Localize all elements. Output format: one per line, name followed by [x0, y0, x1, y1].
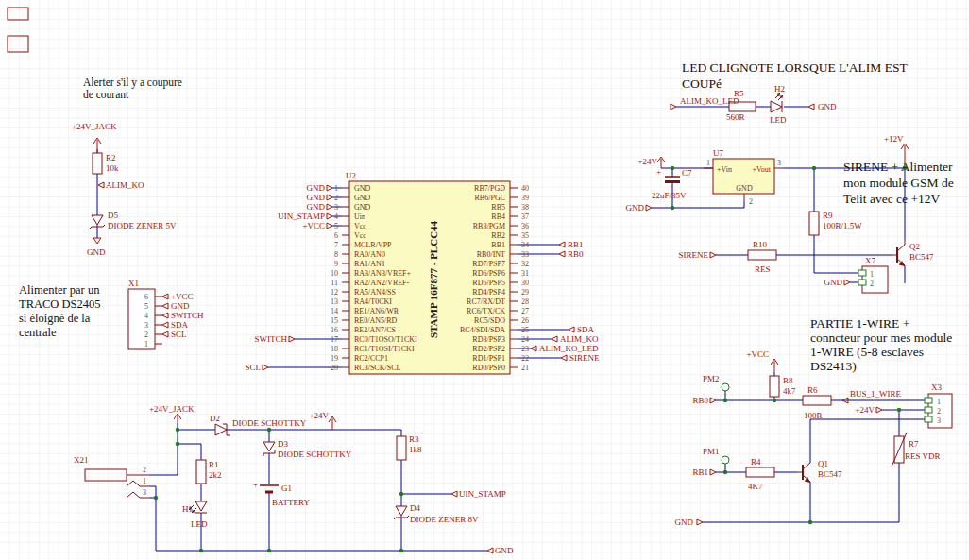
label-connectors-pm1-ref[interactable]: PM1 [703, 447, 720, 456]
label-parts-r7-val[interactable]: RES VDR [905, 451, 941, 461]
label-parts-q1-val[interactable]: BC547 [818, 469, 842, 479]
label-nets-rb1[interactable]: RB1 [568, 240, 584, 249]
label-parts-q2-val[interactable]: BC547 [910, 252, 934, 262]
label-connectors-x1-pins-0[interactable]: 6 [144, 293, 148, 301]
label-connectors-x21-pins-2[interactable]: 3 [143, 488, 146, 497]
label-connectors-x7-pins-1[interactable]: 2 [870, 280, 874, 288]
label-parts-h1-ref[interactable]: H1 [182, 504, 193, 514]
label-nets-gnd[interactable]: GND [307, 202, 326, 212]
label-connectors-x3-pins-0[interactable]: 1 [937, 398, 941, 406]
label-nets-vcc[interactable]: +VCC [746, 349, 769, 359]
label-parts-g1-plus[interactable]: + [253, 480, 258, 489]
testpoint-pm2[interactable] [722, 383, 729, 391]
label-nets-rb0[interactable]: RB0 [568, 249, 584, 259]
label-parts-r10-ref[interactable]: R10 [753, 240, 768, 249]
label-nets-gnd[interactable]: GND [495, 546, 514, 555]
label-parts-r9-ref[interactable]: R9 [823, 211, 833, 220]
label-nets-gnd[interactable]: GND [307, 183, 326, 193]
label-parts-c7-val[interactable]: 22uF/35V [652, 191, 687, 200]
label-parts-d2-val[interactable]: DIODE SCHOTTKY [232, 418, 307, 428]
label-nets-bus[interactable]: BUS_1_WIRE [850, 389, 902, 399]
label-nets-gnd[interactable]: GND [675, 518, 694, 527]
label-connectors-x1-ref[interactable]: X1 [128, 279, 139, 288]
label-parts-d4-ref[interactable]: D4 [410, 503, 420, 513]
label-connectors-x1-pins-5[interactable]: 1 [144, 340, 148, 348]
label-parts-r3-val[interactable]: 1k8 [409, 445, 422, 454]
label-parts-c7-plus[interactable]: + [656, 167, 661, 177]
label-nets-rb0[interactable]: RB0 [692, 396, 708, 405]
label-parts-h2-ref[interactable]: H2 [774, 84, 785, 93]
label-connectors-x21-pins-1[interactable]: 1 [143, 477, 146, 485]
label-nets-scl[interactable]: SCL [245, 363, 261, 372]
label-nets-gnd[interactable]: GND [824, 278, 843, 287]
label-parts-g1-val[interactable]: BATTERY [272, 498, 311, 507]
label-parts-d3-ref[interactable]: D3 [278, 439, 288, 449]
label-nets-vcc[interactable]: +VCC [171, 292, 194, 301]
label-parts-r6-val[interactable]: 100R [804, 411, 823, 420]
label-nets-p24v[interactable]: +24V [638, 157, 657, 166]
label-parts-h1-val[interactable]: LED [191, 519, 208, 529]
label-nets-sda[interactable]: SDA [171, 320, 189, 330]
label-nets-uinstamp[interactable]: UIN_STAMP [278, 212, 325, 221]
label-nets-p24vjack[interactable]: +24V_JACK [149, 404, 195, 414]
label-nets-gnd[interactable]: GND [626, 203, 645, 212]
label-parts-d3-val[interactable]: DIODE SCHOTTKY [278, 450, 352, 459]
label-parts-r1-val[interactable]: 2k2 [209, 470, 222, 480]
label-nets-sirene[interactable]: SIRENE [570, 353, 600, 363]
label-nets-switch[interactable]: SWITCH [171, 311, 204, 320]
label-ic-ref[interactable]: U2 [346, 171, 356, 180]
label-nets-gnd[interactable]: GND [818, 102, 837, 111]
label-regulator-gnd[interactable]: GND [736, 184, 753, 193]
label-parts-d2-ref[interactable]: D2 [210, 414, 220, 423]
label-nets-p24v[interactable]: +24V [309, 411, 329, 420]
label-nets-alimko[interactable]: ALIM_KO [106, 180, 144, 190]
label-connectors-x1-pins-1[interactable]: 5 [144, 302, 148, 311]
label-connectors-x21-pins-0[interactable]: 2 [143, 466, 146, 474]
label-parts-r8-val[interactable]: 4k7 [783, 386, 796, 396]
label-connectors-x1-pins-4[interactable]: 2 [144, 331, 148, 339]
label-parts-r7-ref[interactable]: R7 [909, 439, 919, 449]
label-parts-r2-ref[interactable]: R2 [106, 153, 116, 162]
label-regulator-ref[interactable]: U7 [713, 148, 723, 158]
label-nets-gnd[interactable]: GND [171, 301, 190, 311]
label-parts-r2-val[interactable]: 10k [106, 163, 119, 173]
label-parts-r10-val[interactable]: RES [755, 264, 771, 274]
label-parts-q2-ref[interactable]: Q2 [910, 242, 920, 251]
label-nets-alimkoled[interactable]: ALIM_KO_LED [680, 96, 740, 106]
testpoint-pm1[interactable] [722, 456, 729, 464]
label-connectors-pm2-ref[interactable]: PM2 [703, 374, 720, 383]
label-nets-sda[interactable]: SDA [577, 325, 595, 334]
label-connectors-x3-pins-2[interactable]: 3 [937, 416, 941, 425]
label-nets-sirene[interactable]: SIRENE [679, 250, 709, 260]
label-nets-rb1[interactable]: RB1 [692, 467, 708, 477]
label-connectors-x3-ref[interactable]: X3 [931, 382, 942, 392]
label-nets-alimkoled[interactable]: ALIM_KO_LED [539, 344, 599, 353]
label-parts-r1-ref[interactable]: R1 [209, 460, 219, 469]
label-connectors-x1-pins-2[interactable]: 4 [144, 312, 148, 320]
label-connectors-x3-pins-1[interactable]: 2 [937, 407, 941, 416]
label-nets-gnd[interactable]: GND [87, 247, 106, 257]
label-connectors-x1-pins-3[interactable]: 3 [144, 321, 148, 330]
label-nets-gnd[interactable]: GND [307, 193, 326, 202]
label-nets-switch[interactable]: SWITCH [255, 334, 288, 344]
label-parts-q1-ref[interactable]: Q1 [818, 459, 828, 468]
label-nets-p12v[interactable]: +12V [884, 134, 904, 144]
label-ic-body[interactable]: STAMP 16F877 - PLCC44 [428, 220, 439, 338]
label-connectors-x7-ref[interactable]: X7 [865, 256, 876, 265]
label-nets-p24vjack[interactable]: +24V_JACK [72, 122, 117, 131]
label-nets-vcc[interactable]: +VCC [302, 221, 325, 230]
label-parts-c7-ref[interactable]: C7 [682, 168, 692, 178]
label-regulator-pins-1[interactable]: 3 [777, 159, 781, 167]
label-regulator-vin[interactable]: +Vin [717, 165, 732, 174]
label-parts-r4-ref[interactable]: R4 [751, 457, 761, 467]
label-regulator-pins-0[interactable]: 1 [706, 159, 710, 167]
label-parts-h2-val[interactable]: LED [770, 115, 787, 125]
label-nets-alimko[interactable]: ALIM_KO [560, 334, 599, 344]
label-parts-d5-ref[interactable]: D5 [108, 211, 118, 220]
label-connectors-x21-ref[interactable]: X21 [74, 455, 89, 465]
label-regulator-pins-2[interactable]: 2 [749, 197, 753, 206]
label-nets-scl[interactable]: SCL [171, 330, 187, 339]
label-parts-r3-ref[interactable]: R3 [409, 434, 419, 444]
label-parts-r4-val[interactable]: 4K7 [748, 482, 763, 491]
label-parts-d4-val[interactable]: DIODE ZENER 8V [410, 515, 479, 524]
